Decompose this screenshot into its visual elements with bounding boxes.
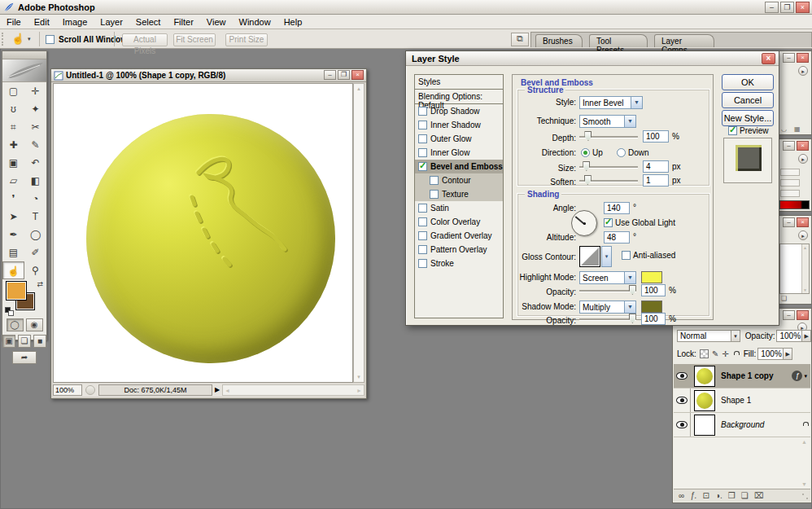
checkbox-box[interactable] [418, 217, 427, 226]
doc-minimize-button[interactable]: – [324, 70, 336, 80]
layer-style-icon[interactable]: ƒ. [690, 491, 696, 500]
link-layers-icon[interactable]: ∞ [679, 491, 684, 500]
ok-button[interactable]: OK [722, 74, 774, 90]
altitude-field[interactable]: 48 [604, 231, 630, 244]
checkbox-box[interactable] [418, 121, 427, 129]
menu-file[interactable]: File [0, 15, 28, 29]
menu-layer[interactable]: Layer [94, 15, 129, 29]
visibility-toggle[interactable] [674, 388, 691, 412]
style-stroke[interactable]: Stroke [415, 257, 503, 270]
adjustment-layer-icon[interactable]: ◑. [715, 491, 723, 500]
layer-row-shape-1[interactable]: Shape 1 [674, 388, 810, 413]
dialog-titlebar[interactable]: Layer Style × [406, 51, 779, 66]
layer-thumbnail[interactable] [694, 415, 715, 436]
curve-icon[interactable]: ◡ [781, 125, 787, 133]
depth-field[interactable]: 100 [643, 130, 669, 143]
tab-tool-presets[interactable]: Tool Presets [589, 34, 648, 47]
layer-thumbnail[interactable] [694, 390, 715, 411]
highlight-opacity-field[interactable]: 100 [641, 284, 666, 296]
scroll-down-icon[interactable]: ▼ [803, 287, 807, 292]
menu-help[interactable]: Help [277, 15, 309, 29]
type-tool[interactable]: T [24, 208, 46, 226]
delete-layer-icon[interactable]: ⌧ [754, 491, 764, 500]
checkbox-box[interactable] [418, 245, 427, 254]
style-contour[interactable]: Contour [415, 173, 503, 187]
minimize-button[interactable]: – [765, 2, 779, 13]
menu-window[interactable]: Window [233, 15, 277, 29]
zoom-tool[interactable]: ⚲ [24, 261, 46, 279]
options-bar-grip[interactable] [2, 33, 5, 46]
checkbox-box[interactable] [46, 35, 55, 44]
fill-spinner-icon[interactable]: ▶ [784, 348, 792, 360]
style-color-overlay[interactable]: Color Overlay [415, 215, 503, 229]
gloss-contour-dropdown-icon[interactable]: ▾ [601, 246, 612, 267]
fill-field[interactable]: 100% [757, 348, 784, 360]
direction-down-radio[interactable] [617, 148, 626, 157]
fullscreen-button[interactable]: ■ [33, 335, 46, 348]
restore-button[interactable]: ❐ [780, 2, 794, 13]
grid-icon[interactable]: ▦ [794, 125, 801, 133]
app-titlebar[interactable]: Adobe Photoshop – ❐ × [0, 0, 812, 15]
shadow-color-swatch[interactable] [641, 301, 662, 313]
highlight-mode-select[interactable]: Screen▼ [579, 271, 636, 284]
dropdown-icon[interactable]: ▼ [624, 272, 635, 283]
dropdown-icon[interactable]: ▼ [624, 116, 635, 127]
opacity-spinner-icon[interactable]: ▶ [802, 330, 811, 342]
style-inner-glow[interactable]: Inner Glow [415, 146, 503, 160]
hand-tool[interactable]: ☝ [2, 261, 24, 279]
status-menu-arrow-icon[interactable]: ▶ [212, 384, 222, 396]
checkbox-box[interactable] [418, 148, 427, 157]
shadow-opacity-field[interactable]: 100 [641, 313, 666, 325]
layers-minimize-button[interactable]: – [783, 310, 795, 320]
layer-effects-icon[interactable]: ƒ [792, 371, 802, 381]
size-field[interactable]: 4 [643, 160, 669, 173]
magic-wand-tool[interactable]: ✦ [24, 100, 46, 118]
brush-tool[interactable]: ✎ [24, 136, 46, 154]
style-outer-glow[interactable]: Outer Glow [415, 132, 503, 146]
layers-scroll-up-icon[interactable]: ▲ [801, 439, 807, 445]
layer-name[interactable]: Shape 1 [721, 396, 751, 405]
standard-mode-button[interactable]: ◯ [7, 318, 24, 331]
fit-screen-button[interactable]: Fit Screen [173, 33, 216, 46]
eraser-tool[interactable]: ▱ [2, 172, 24, 190]
crop-tool[interactable]: ⌗ [2, 118, 24, 136]
blend-mode-select[interactable]: Normal [677, 330, 731, 342]
dodge-tool[interactable]: ◔ [24, 190, 46, 208]
standard-screen-button[interactable]: ▣ [2, 335, 15, 348]
size-slider[interactable] [579, 161, 638, 172]
move-tool[interactable]: ✛ [24, 82, 46, 100]
default-colors-icon[interactable] [5, 307, 15, 315]
canvas[interactable] [53, 83, 353, 383]
horizontal-scrollbar[interactable]: ◄ ► [222, 384, 365, 396]
document-titlebar[interactable]: Untitled-1 @ 100% (Shape 1 copy, RGB/8) … [51, 69, 366, 82]
soften-slider[interactable] [579, 175, 638, 186]
layers-close-button[interactable]: × [797, 310, 809, 320]
actual-pixels-button[interactable]: Actual Pixels [122, 33, 168, 46]
history-list[interactable]: ▲ ▼ [779, 244, 810, 294]
lasso-tool[interactable]: ʊ [2, 100, 24, 118]
visibility-toggle[interactable] [674, 364, 691, 388]
style-bevel-and-emboss[interactable]: Bevel and Emboss [415, 160, 503, 173]
use-global-light-checkbox[interactable] [604, 218, 613, 227]
eyedropper-tool[interactable]: ✐ [24, 244, 46, 261]
menu-filter[interactable]: Filter [167, 15, 199, 29]
history-snapshot-icon[interactable]: ❏ [781, 295, 787, 302]
scroll-up-icon[interactable]: ▲ [354, 84, 364, 94]
palette-menu-icon[interactable]: ▸ [798, 230, 808, 240]
gloss-contour-swatch[interactable] [579, 246, 600, 267]
effects-expand-icon[interactable]: ▾ [804, 373, 807, 380]
palette-minimize-button[interactable]: – [783, 53, 795, 63]
hand-tool-dropdown-icon[interactable]: ▾ [28, 36, 31, 42]
dialog-close-button[interactable]: × [762, 53, 775, 64]
foreground-color-swatch[interactable] [6, 281, 27, 301]
angle-field[interactable]: 140 [604, 202, 630, 214]
hand-tool-option-icon[interactable]: ☝ [11, 33, 24, 45]
print-size-button[interactable]: Print Size [225, 33, 268, 46]
style-satin[interactable]: Satin [415, 201, 503, 215]
pen-tool[interactable]: ✒ [2, 226, 24, 244]
rectangular-marquee-tool[interactable]: ▢ [2, 82, 24, 100]
scroll-up-icon[interactable]: ▲ [803, 245, 807, 250]
menu-view[interactable]: View [200, 15, 233, 29]
healing-brush-tool[interactable]: ✚ [2, 136, 24, 154]
lock-position-icon[interactable]: ✛ [722, 349, 728, 358]
